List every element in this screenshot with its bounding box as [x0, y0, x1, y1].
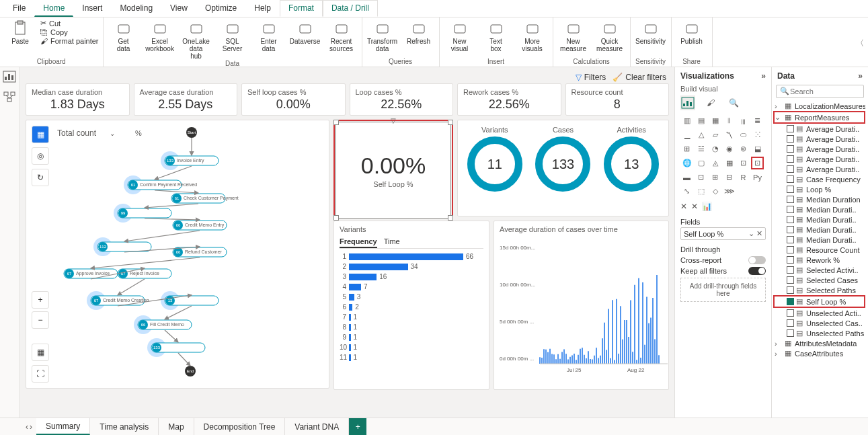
viz-icon-29[interactable]: Py — [751, 171, 764, 184]
viz-icon-10[interactable]: ⬭ — [737, 128, 750, 141]
textbox-button[interactable]: Textbox — [480, 19, 512, 52]
field-unselectedpaths[interactable]: ▤Unselected Paths — [775, 328, 865, 338]
paste-button[interactable]: Paste — [4, 19, 36, 45]
tab-next-icon[interactable]: › — [30, 422, 32, 432]
getdata-button[interactable]: Getdata — [108, 19, 140, 52]
ribbon-collapse-icon[interactable]: 〈 — [856, 38, 864, 49]
viz-tools-1[interactable]: ✕ — [680, 202, 687, 211]
sens-button[interactable]: Sensitivity — [635, 19, 667, 45]
recent-button[interactable]: Recentsources — [325, 19, 358, 52]
table-ReportMeasures[interactable]: ⌄▦ReportMeasures — [773, 111, 865, 124]
viz-icon-20[interactable]: ◬ — [709, 157, 721, 169]
sql-button[interactable]: SQLServer — [216, 19, 249, 52]
field-mediandurati[interactable]: ▤Median Durati.. — [775, 204, 865, 214]
viz-icon-5[interactable]: ≣ — [751, 114, 764, 127]
menu-format[interactable]: Format — [280, 0, 323, 17]
variants-chart[interactable]: Variants FrequencyTime 16623431647536271… — [333, 221, 489, 390]
viz-pane-collapse-icon[interactable]: » — [761, 71, 766, 81]
table-LocalizationMeasures[interactable]: ›▦LocalizationMeasures — [775, 101, 865, 111]
kpi-card-4[interactable]: Rework cases %22.56% — [457, 83, 561, 116]
tab-prev-icon[interactable]: ‹ — [26, 422, 28, 432]
card-visual[interactable]: ▽ 0.00% Self Loop % — [336, 122, 451, 219]
menu-insert[interactable]: Insert — [73, 0, 111, 17]
viz-icon-21[interactable]: ▦ — [723, 157, 736, 169]
page-tab-map[interactable]: Map — [159, 418, 194, 435]
kpi-card-3[interactable]: Loop cases %22.56% — [350, 83, 454, 116]
viz-icon-22[interactable]: ⊡ — [737, 157, 750, 169]
field-selfloop%[interactable]: ▤Self Loop % — [773, 295, 865, 308]
field-mediandurati[interactable]: ▤Median Durati.. — [775, 214, 865, 225]
cross-report-toggle[interactable] — [748, 256, 766, 264]
variant-tab-time[interactable]: Time — [384, 236, 400, 248]
kpi-card-2[interactable]: Self loop cases %0.00% — [241, 83, 346, 116]
field-averagedurati[interactable]: ▤Average Durati.. — [775, 144, 865, 154]
menu-view[interactable]: View — [161, 0, 196, 17]
menu-help[interactable]: Help — [245, 0, 280, 17]
viz-icon-2[interactable]: ▦ — [709, 114, 721, 127]
report-view-icon[interactable] — [3, 71, 17, 83]
menu-datadrill[interactable]: Data / Drill — [323, 0, 378, 17]
page-tab-time-analysis[interactable]: Time analysis — [90, 418, 159, 435]
transform-button[interactable]: Transformdata — [366, 19, 399, 52]
viz-icon-11[interactable]: ⵘ — [751, 128, 764, 141]
field-averagedurati[interactable]: ▤Average Durati.. — [775, 124, 865, 134]
field-unselectedacti[interactable]: ▤Unselected Acti.. — [775, 308, 865, 318]
viz-icon-12[interactable]: ⊞ — [680, 143, 693, 155]
field-rework%[interactable]: ▤Rework % — [775, 255, 865, 265]
enter-button[interactable]: Enterdata — [253, 19, 285, 52]
viz-icon-19[interactable]: ▢ — [695, 157, 707, 169]
data-pane-collapse-icon[interactable]: » — [858, 71, 863, 81]
field-averagedurati[interactable]: ▤Average Durati.. — [775, 164, 865, 174]
build-tab-icon[interactable] — [680, 95, 695, 110]
viz-icon-7[interactable]: △ — [695, 128, 707, 141]
field-averagedurati[interactable]: ▤Average Durati.. — [775, 134, 865, 144]
excel-button[interactable]: Excelworkbook — [144, 19, 176, 52]
kpi-card-0[interactable]: Median case duration1.83 Days — [26, 83, 130, 116]
keep-filters-toggle[interactable] — [748, 267, 766, 275]
field-mediandurati[interactable]: ▤Median Durati.. — [775, 235, 865, 245]
process-map-card[interactable]: ▦ ◎ ↻ Total count ⌄ % ▦ ⛶ + − — [26, 120, 329, 389]
menu-optimize[interactable]: Optimize — [196, 0, 245, 17]
field-casefrequency[interactable]: ▤Case Frequency — [775, 174, 865, 184]
newmeasure-button[interactable]: Newmeasure — [557, 19, 590, 52]
viz-icon-32[interactable]: ◇ — [709, 185, 721, 198]
map-stats-icon[interactable]: ◎ — [32, 147, 49, 165]
format-tab-icon[interactable]: 🖌 — [703, 95, 718, 110]
viz-tools-3[interactable]: 📊 — [702, 202, 712, 211]
field-unselectedcas[interactable]: ▤Unselected Cas.. — [775, 318, 865, 328]
viz-icon-30[interactable]: ⤡ — [680, 185, 693, 198]
publish-button[interactable]: Publish — [676, 19, 708, 45]
variant-tab-frequency[interactable]: Frequency — [340, 236, 377, 248]
viz-icon-28[interactable]: R — [737, 171, 750, 184]
onelake-button[interactable]: OneLake datahub — [180, 19, 212, 60]
zoom-out-button[interactable]: − — [32, 311, 49, 329]
viz-icon-14[interactable]: ◔ — [709, 143, 721, 155]
table-AttributesMetadata[interactable]: ›▦AttributesMetadata — [775, 338, 865, 348]
menu-file[interactable]: File — [4, 0, 34, 17]
clear-filters-button[interactable]: 🧹Clear filters — [613, 73, 666, 82]
viz-icon-33[interactable]: ⋙ — [723, 185, 736, 198]
page-tab-summary[interactable]: Summary — [36, 418, 90, 435]
filters-button[interactable]: ▽Filters — [576, 73, 606, 82]
viz-tools-2[interactable]: ✕ — [691, 202, 698, 211]
viz-icon-27[interactable]: ⊟ — [723, 171, 736, 184]
viz-icon-16[interactable]: ⊚ — [737, 143, 750, 155]
field-selectedpaths[interactable]: ▤Selected Paths — [775, 285, 865, 295]
viz-icon-25[interactable]: ⊡ — [695, 171, 707, 184]
avg-duration-chart[interactable]: Average duration of cases over time 15d … — [494, 221, 669, 390]
viz-icon-13[interactable]: ☱ — [695, 143, 707, 155]
map-refresh-icon[interactable]: ↻ — [32, 169, 49, 186]
model-view-icon[interactable] — [3, 91, 17, 104]
cut-button[interactable]: ✂Cut — [40, 19, 99, 28]
viz-icon-26[interactable]: ⊞ — [709, 171, 721, 184]
viz-icon-17[interactable]: ⬓ — [751, 143, 764, 155]
viz-icon-31[interactable]: ⬚ — [695, 185, 707, 198]
dataverse-button[interactable]: Dataverse — [289, 19, 321, 45]
viz-icon-8[interactable]: ▱ — [709, 128, 721, 141]
viz-icon-6[interactable]: ▁ — [680, 128, 693, 141]
table-CaseAttributes[interactable]: ›▦CaseAttributes — [775, 348, 865, 358]
menu-modeling[interactable]: Modeling — [111, 0, 161, 17]
map-view-icon[interactable]: ▦ — [32, 126, 49, 143]
viz-icon-4[interactable]: ⫼ — [737, 114, 750, 127]
format-painter-button[interactable]: 🖌Format painter — [40, 37, 99, 45]
